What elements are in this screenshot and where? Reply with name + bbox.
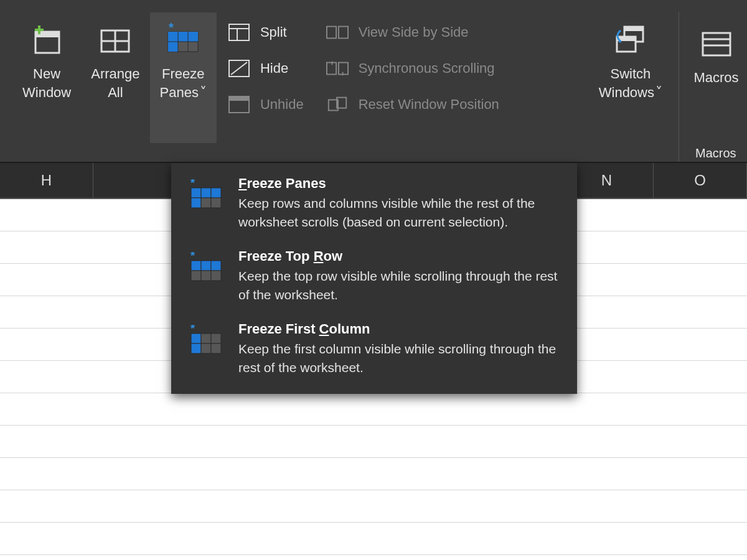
freeze-panes-dropdown: * Freeze Panes Keep rows and columns vis… — [171, 163, 577, 394]
svg-rect-22 — [229, 96, 249, 101]
chevron-down-icon: ˅ — [200, 83, 207, 102]
sheet-row[interactable] — [0, 523, 747, 555]
freeze-panes-item-icon: * — [187, 321, 225, 358]
window-actions-group-2: View Side by Side Synchronous Scrolling … — [315, 12, 510, 116]
menu-item-title: Freeze Top Row — [238, 248, 561, 264]
menu-item-description: Keep the first column visible while scro… — [238, 340, 561, 378]
synchronous-scrolling-button: Synchronous Scrolling — [326, 57, 499, 80]
unhide-label: Unhide — [260, 96, 304, 113]
hide-button[interactable]: Hide — [228, 57, 304, 80]
reset-window-position-label: Reset Window Position — [359, 96, 499, 113]
sheet-row[interactable] — [0, 458, 747, 490]
macros-group: Macros Macros — [679, 12, 747, 162]
column-header[interactable]: H — [0, 163, 93, 198]
svg-rect-50 — [201, 271, 211, 281]
hide-label: Hide — [260, 60, 288, 77]
reset-window-position-button: Reset Window Position — [326, 93, 499, 116]
svg-rect-40 — [211, 188, 221, 198]
svg-rect-38 — [191, 188, 201, 198]
freeze-panes-icon: * — [163, 16, 203, 65]
window-actions-group-1: Split Hide Unhide — [217, 12, 315, 116]
macros-button[interactable]: Macros — [695, 16, 747, 147]
svg-rect-46 — [191, 261, 201, 271]
switch-windows-label: Switch Windows ˅ — [599, 65, 662, 101]
split-icon — [228, 21, 250, 44]
macros-icon — [697, 20, 736, 68]
sheet-row[interactable] — [0, 490, 747, 523]
svg-rect-56 — [211, 334, 221, 343]
ribbon-view-window-group: New Window Arrange All * — [0, 0, 747, 162]
freeze-panes-item-icon: * — [187, 175, 225, 213]
macros-label: Macros — [693, 68, 738, 87]
svg-rect-11 — [188, 32, 198, 42]
svg-rect-59 — [211, 343, 221, 353]
svg-rect-24 — [339, 27, 348, 39]
view-side-by-side-button: View Side by Side — [326, 21, 499, 44]
synchronous-scrolling-label: Synchronous Scrolling — [359, 60, 495, 77]
macros-group-label: Macros — [695, 146, 736, 161]
svg-rect-42 — [201, 198, 211, 208]
sheet-row[interactable] — [0, 555, 747, 560]
arrange-all-button[interactable]: Arrange All — [81, 12, 149, 143]
sheet-row[interactable] — [0, 393, 747, 426]
freeze-panes-item-text: Freeze Panes Keep rows and columns visib… — [238, 175, 561, 232]
freeze-panes-item-text: Freeze First Column Keep the first colum… — [238, 321, 561, 378]
freeze-panes-menu-item[interactable]: * Freeze Panes Keep rows and columns vis… — [171, 169, 577, 242]
sheet-row[interactable] — [0, 426, 747, 458]
svg-rect-43 — [211, 198, 221, 208]
switch-windows-button[interactable]: Switch Windows ˅ — [589, 12, 672, 143]
freeze-panes-item-icon: * — [187, 248, 225, 286]
hide-icon — [228, 57, 250, 80]
freeze-panes-button[interactable]: * Freeze Panes ˅ — [150, 12, 217, 143]
svg-rect-12 — [168, 42, 178, 52]
svg-rect-41 — [191, 198, 201, 208]
reset-window-position-icon — [326, 93, 349, 116]
synchronous-scrolling-icon — [326, 57, 349, 80]
chevron-down-icon: ˅ — [655, 83, 662, 102]
svg-rect-9 — [168, 32, 178, 42]
svg-rect-39 — [201, 188, 211, 198]
svg-rect-55 — [201, 334, 211, 343]
unhide-button: Unhide — [228, 93, 304, 116]
unhide-icon — [228, 93, 250, 116]
switch-windows-icon — [611, 16, 651, 65]
new-window-icon — [27, 16, 67, 65]
svg-line-20 — [231, 62, 247, 75]
menu-item-title: Freeze Panes — [238, 175, 561, 192]
menu-item-title: Freeze First Column — [238, 321, 561, 337]
svg-rect-51 — [211, 271, 221, 281]
column-header[interactable]: O — [654, 163, 747, 198]
svg-rect-49 — [191, 271, 201, 281]
svg-rect-33 — [703, 33, 730, 55]
svg-rect-57 — [191, 343, 201, 353]
arrange-all-icon — [95, 16, 135, 65]
svg-rect-23 — [327, 27, 336, 39]
view-side-by-side-icon — [326, 21, 349, 44]
svg-rect-10 — [178, 32, 188, 42]
freeze-panes-label: Freeze Panes ˅ — [160, 65, 207, 101]
svg-rect-54 — [191, 334, 201, 343]
view-side-by-side-label: View Side by Side — [359, 24, 469, 40]
svg-rect-16 — [229, 24, 249, 40]
svg-rect-58 — [201, 343, 211, 353]
new-window-button[interactable]: New Window — [12, 12, 81, 143]
menu-item-description: Keep the top row visible while scrolling… — [238, 267, 561, 305]
menu-item-description: Keep rows and columns visible while the … — [238, 194, 561, 232]
arrange-all-label: Arrange All — [91, 65, 139, 101]
new-window-label: New Window — [22, 65, 71, 101]
split-button[interactable]: Split — [228, 21, 304, 44]
svg-rect-48 — [211, 261, 221, 271]
freeze-panes-menu-item[interactable]: * Freeze First Column Keep the first col… — [171, 315, 577, 388]
ribbon-right-group: Switch Windows ˅ Macros Macros — [589, 12, 747, 162]
split-label: Split — [260, 24, 287, 40]
freeze-panes-item-text: Freeze Top Row Keep the top row visible … — [238, 248, 561, 305]
freeze-panes-menu-item[interactable]: * Freeze Top Row Keep the top row visibl… — [171, 242, 577, 315]
svg-rect-47 — [201, 261, 211, 271]
svg-rect-30 — [624, 27, 643, 31]
